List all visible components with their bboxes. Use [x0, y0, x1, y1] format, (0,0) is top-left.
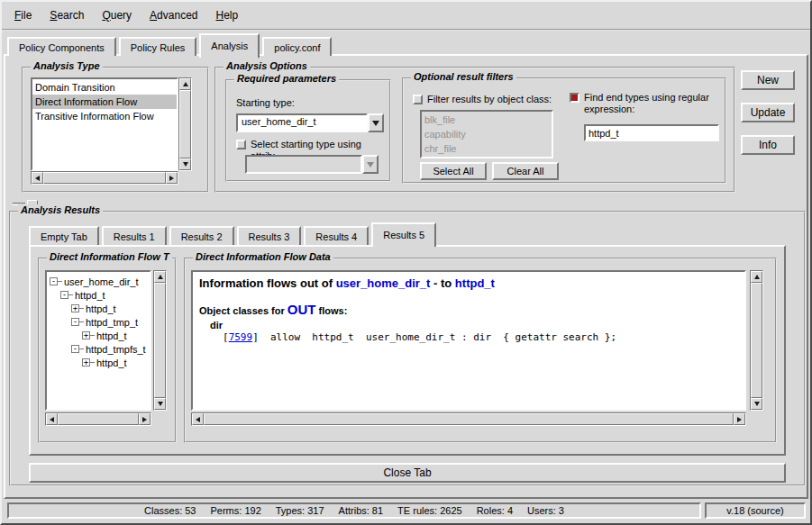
tree-node[interactable]: +httpd_t [48, 302, 149, 315]
tree-horizontal-scrollbar[interactable] [45, 412, 151, 426]
clear-all-button[interactable]: Clear All [492, 162, 559, 180]
rule-bracket-open: [ [223, 331, 229, 343]
flow-direction: OUT [287, 302, 316, 317]
list-item-domain-transition[interactable]: Domain Transition [32, 80, 177, 95]
tab-policy-conf[interactable]: policy.conf [262, 37, 332, 56]
starting-type-combobox[interactable]: user_home_dir_t [236, 113, 384, 132]
tree-expander-icon[interactable]: + [82, 331, 90, 339]
status-bar: Classes: 53 Perms: 192 Types: 317 Attrib… [7, 502, 701, 519]
status-attribs: Attribs: 81 [339, 505, 384, 516]
scroll-up-button[interactable] [154, 271, 166, 283]
update-button[interactable]: Update [741, 103, 795, 122]
arrow-up-icon [183, 82, 188, 86]
scrollbar-thumb[interactable] [751, 283, 762, 398]
scroll-right-button[interactable] [166, 172, 178, 184]
attrib-combobox-value [245, 155, 362, 174]
flow-tree-title: Direct Information Flow T [47, 251, 172, 262]
scroll-right-button[interactable] [734, 413, 745, 425]
arrow-down-icon [183, 162, 188, 167]
rule-number-link[interactable]: 7599 [229, 331, 253, 343]
flow-data-text[interactable]: Information flows out of user_home_dir_t… [191, 270, 746, 411]
menu-search[interactable]: Search [41, 6, 93, 24]
regex-input[interactable] [584, 124, 719, 141]
menu-advanced[interactable]: Advanced [141, 6, 206, 24]
new-button[interactable]: New [741, 70, 795, 90]
classes-suffix: flows: [316, 305, 348, 316]
version-text: v.18 (source) [726, 505, 783, 516]
arrow-down-icon [158, 402, 163, 406]
close-tab-button[interactable]: Close Tab [29, 463, 786, 483]
tree-node[interactable]: -user_home_dir_t [48, 275, 149, 288]
analysis-type-horizontal-scrollbar[interactable] [31, 171, 178, 185]
tree-expander-icon[interactable]: - [50, 277, 58, 285]
scroll-down-button[interactable] [154, 398, 166, 410]
scroll-down-button[interactable] [179, 158, 191, 170]
analysis-type-vertical-scrollbar[interactable] [178, 77, 192, 171]
combo-dropdown-button[interactable] [368, 113, 384, 132]
scrollbar-thumb[interactable] [43, 172, 166, 184]
menu-file[interactable]: File [5, 6, 41, 24]
filter-by-object-class-checkbox-row[interactable]: Filter results by object class: [413, 94, 566, 105]
tree-vertical-scrollbar[interactable] [153, 270, 167, 411]
chevron-down-icon [372, 121, 379, 126]
tree-node[interactable]: -httpd_tmpfs_t [48, 342, 149, 356]
tree-expander-icon[interactable]: - [60, 291, 68, 299]
scrollbar-thumb[interactable] [58, 413, 139, 425]
arrow-left-icon [35, 176, 40, 181]
list-item-transitive-information-flow[interactable]: Transitive Information Flow [32, 109, 177, 123]
data-vertical-scrollbar[interactable] [750, 270, 763, 411]
arrow-right-icon [737, 417, 742, 422]
regex-checkbox-row[interactable]: Find end types using regular expression: [570, 92, 721, 115]
scroll-down-button[interactable] [751, 398, 762, 410]
tree-expander-icon[interactable]: - [71, 318, 79, 326]
tab-analysis[interactable]: Analysis [199, 33, 260, 58]
scrollbar-thumb[interactable] [179, 90, 191, 158]
arrow-right-icon [142, 417, 147, 422]
tree-node[interactable]: -httpd_tmp_t [48, 315, 149, 329]
scroll-left-button[interactable] [192, 413, 204, 425]
starting-type-value[interactable]: user_home_dir_t [236, 113, 368, 132]
info-button[interactable]: Info [741, 135, 795, 155]
tab-results-3[interactable]: Results 3 [237, 226, 302, 245]
scroll-left-button[interactable] [46, 413, 58, 425]
scrollbar-thumb[interactable] [154, 283, 166, 398]
object-class-listbox-disabled: blk_file capability chr_file [420, 110, 553, 158]
tab-results-5[interactable]: Results 5 [371, 222, 436, 247]
flow-tree-groupbox: Direct Information Flow T -user_home_dir… [38, 258, 177, 443]
tree-node[interactable]: -httpd_t [48, 288, 149, 302]
tree-expander-icon[interactable]: - [71, 345, 79, 353]
scroll-left-button[interactable] [32, 172, 43, 184]
tab-policy-rules[interactable]: Policy Rules [119, 37, 197, 56]
required-parameters-groupbox: Required parameters Starting type: user_… [225, 79, 391, 182]
attrib-checkbox-indicator [236, 140, 246, 149]
tree-expander-icon[interactable]: + [71, 304, 79, 312]
version-badge: v.18 (source) [705, 502, 806, 519]
optional-result-filters-title: Optional result filters [411, 71, 516, 82]
select-all-button[interactable]: Select All [420, 162, 487, 180]
data-horizontal-scrollbar[interactable] [191, 412, 746, 426]
classes-prefix: Object classes for [199, 305, 287, 316]
tab-results-4[interactable]: Results 4 [304, 226, 369, 245]
scroll-up-button[interactable] [179, 78, 191, 90]
scrollbar-thumb[interactable] [204, 413, 734, 425]
menu-help[interactable]: Help [206, 6, 247, 24]
list-item-direct-information-flow[interactable]: Direct Information Flow [32, 95, 177, 109]
apol-window: File Search Query Advanced Help Policy C… [0, 0, 812, 525]
tab-empty[interactable]: Empty Tab [29, 226, 99, 245]
rule-line: [7599] allow httpd_t user_home_dir_t : d… [223, 331, 738, 343]
tab-results-1[interactable]: Results 1 [102, 226, 167, 245]
arrow-up-icon [158, 275, 163, 279]
status-perms: Perms: 192 [211, 505, 261, 516]
analysis-options-groupbox: Analysis Options Required parameters Sta… [214, 67, 735, 193]
rule-bracket-close: ] [252, 331, 259, 343]
scroll-right-button[interactable] [139, 413, 151, 425]
main-tab-bar: Policy Components Policy Rules Analysis … [7, 34, 334, 56]
tab-results-2[interactable]: Results 2 [169, 226, 234, 245]
tab-policy-components[interactable]: Policy Components [7, 37, 116, 56]
menu-query[interactable]: Query [93, 6, 141, 24]
scroll-up-button[interactable] [751, 271, 762, 283]
regex-checkbox-indicator [570, 93, 579, 103]
tree-node[interactable]: +httpd_t [48, 356, 149, 369]
tree-expander-icon[interactable]: + [82, 358, 90, 367]
tree-node[interactable]: +httpd_t [48, 329, 149, 342]
